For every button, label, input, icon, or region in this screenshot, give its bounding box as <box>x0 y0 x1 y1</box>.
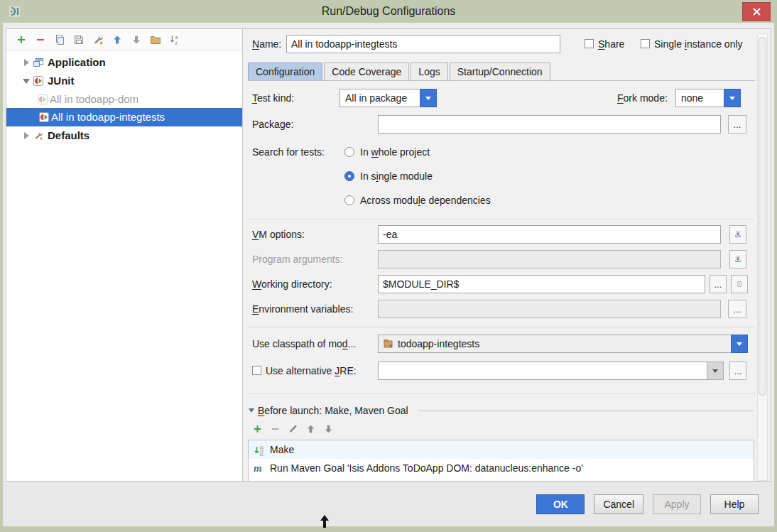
configuration-form: Name: Share Single instance only Configu… <box>244 29 771 481</box>
tree-item-junit[interactable]: JUnit <box>6 72 242 90</box>
dropdown-arrow-icon[interactable] <box>731 335 748 353</box>
dialog-content: az Application JUnit <box>6 28 771 482</box>
tree-item-defaults[interactable]: Defaults <box>6 126 242 145</box>
environment-variables-label: Environment variables: <box>252 300 353 318</box>
radio-across-module-dependencies[interactable] <box>344 195 354 205</box>
save-icon[interactable] <box>73 34 85 45</box>
package-label: Package: <box>252 115 293 134</box>
svg-text:01: 01 <box>260 453 264 457</box>
vm-options-input[interactable] <box>378 225 721 244</box>
chevron-right-icon[interactable] <box>24 59 29 66</box>
task-label: Make <box>270 440 294 459</box>
working-directory-browse-button[interactable]: ... <box>710 275 727 293</box>
dropdown-arrow-icon[interactable] <box>724 89 741 107</box>
before-launch-header: Before launch: Make, Maven Goal <box>258 403 408 418</box>
tree-item-all-in-todoapp-dom[interactable]: All in todoapp-dom <box>6 90 242 109</box>
share-label: Share <box>598 35 624 53</box>
expand-field-icon <box>734 254 741 265</box>
junit-icon <box>33 76 43 86</box>
svg-text:a: a <box>175 35 178 40</box>
fork-mode-value: none <box>681 92 703 104</box>
chevron-right-icon[interactable] <box>24 132 29 139</box>
before-launch-task-list: 011001 Make m Run Maven Goal 'Isis Addon… <box>248 440 754 482</box>
copy-icon[interactable] <box>54 34 65 45</box>
make-icon: 011001 <box>254 444 265 455</box>
environment-variables-input <box>378 300 721 318</box>
remove-icon[interactable] <box>270 423 281 434</box>
junit-config-faded-icon <box>38 94 48 104</box>
move-down-icon[interactable] <box>131 34 142 45</box>
tab-code-coverage[interactable]: Code Coverage <box>324 63 409 81</box>
package-browse-button[interactable]: ... <box>728 115 746 134</box>
apply-button: Apply <box>653 494 701 514</box>
help-button[interactable]: Help <box>710 494 759 514</box>
tree-item-label: All in todoapp-dom <box>50 90 138 109</box>
edit-defaults-wrench-icon[interactable] <box>92 34 104 45</box>
separator <box>248 393 755 394</box>
tab-startup-connection[interactable]: Startup/Connection <box>450 63 550 81</box>
mouse-cursor <box>319 515 330 528</box>
tab-logs[interactable]: Logs <box>411 63 447 81</box>
test-kind-combobox[interactable]: All in package <box>339 89 437 107</box>
application-icon <box>33 58 43 67</box>
radio-in-whole-project[interactable] <box>344 147 354 157</box>
tab-divider <box>248 80 755 81</box>
tree-item-label: Application <box>48 53 106 72</box>
edit-icon[interactable] <box>288 423 298 434</box>
tab-configuration[interactable]: Configuration <box>248 63 322 81</box>
move-up-icon[interactable] <box>112 34 123 45</box>
alternative-jre-browse-button[interactable]: ... <box>729 362 746 380</box>
use-alternative-jre-checkbox[interactable] <box>252 366 261 375</box>
move-up-icon[interactable] <box>305 423 316 434</box>
close-button[interactable] <box>742 2 771 21</box>
tab-bar: Configuration Code Coverage Logs Startup… <box>248 63 552 81</box>
alternative-jre-combobox[interactable] <box>378 362 724 380</box>
separator <box>248 219 755 219</box>
footer-button-bar: OK Cancel Apply Help <box>3 482 774 526</box>
chevron-down-icon[interactable] <box>23 79 30 84</box>
classpath-module-combobox[interactable]: todoapp-integtests <box>378 335 748 353</box>
svg-text:z: z <box>175 40 178 45</box>
single-instance-label: Single instance only <box>654 35 743 53</box>
ok-button[interactable]: OK <box>536 494 585 514</box>
tree-item-label: All in todoapp-integtests <box>51 108 165 126</box>
cancel-button[interactable]: Cancel <box>594 494 643 514</box>
junit-config-icon <box>39 112 49 122</box>
tree-item-label: JUnit <box>48 72 75 90</box>
new-folder-icon[interactable] <box>150 34 161 45</box>
vertical-scrollbar[interactable] <box>757 33 768 481</box>
radio-in-single-module[interactable] <box>344 171 354 181</box>
tree-item-application[interactable]: Application <box>6 53 242 72</box>
single-instance-checkbox[interactable] <box>641 39 650 48</box>
defaults-wrench-icon <box>33 131 43 141</box>
add-icon[interactable] <box>16 34 27 45</box>
expand-vm-options-button[interactable] <box>729 225 746 244</box>
maven-icon: m <box>254 459 265 470</box>
remove-icon[interactable] <box>35 34 46 45</box>
task-row-maven-goal[interactable]: m Run Maven Goal 'Isis Addons ToDoApp DO… <box>249 459 754 477</box>
dropdown-arrow-icon[interactable] <box>420 89 437 107</box>
tree-item-all-in-todoapp-integtests[interactable]: All in todoapp-integtests <box>6 108 242 126</box>
package-input[interactable] <box>378 115 721 134</box>
dropdown-arrow-icon[interactable] <box>707 362 724 380</box>
environment-variables-browse-button[interactable]: ... <box>728 300 746 318</box>
move-down-icon[interactable] <box>323 423 334 434</box>
name-label: Name: <box>252 35 281 53</box>
program-arguments-label: Program arguments: <box>252 250 343 268</box>
working-directory-label: Working directory: <box>252 275 332 293</box>
module-icon <box>384 339 393 349</box>
fork-mode-combobox[interactable]: none <box>675 89 741 107</box>
working-directory-macros-button[interactable] <box>731 275 748 293</box>
tree-toolbar: az <box>6 29 242 50</box>
name-input[interactable] <box>286 35 560 53</box>
task-row-make[interactable]: 011001 Make <box>249 440 754 459</box>
working-directory-input[interactable] <box>378 275 705 293</box>
share-checkbox[interactable] <box>585 39 594 48</box>
sort-alphabetically-icon[interactable]: az <box>169 34 180 45</box>
collapse-arrow-icon[interactable] <box>249 408 254 413</box>
search-for-tests-label: Search for tests: <box>252 143 325 161</box>
expand-program-arguments-button[interactable] <box>729 250 746 268</box>
title-bar: Run/Debug Configurations <box>0 0 777 23</box>
add-icon[interactable] <box>252 423 263 434</box>
scrollbar-thumb[interactable] <box>759 37 766 396</box>
